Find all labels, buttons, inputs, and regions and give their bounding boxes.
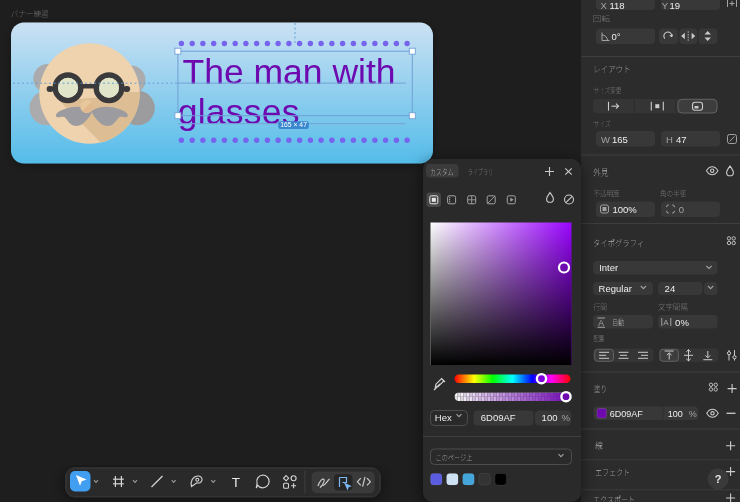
svg-text:%: % [689,409,697,419]
svg-text:W: W [601,134,610,145]
svg-text:A: A [598,318,604,328]
svg-text:100: 100 [668,409,683,419]
svg-text:118: 118 [610,0,625,11]
svg-text:Y: Y [662,0,669,11]
svg-text:Hex: Hex [435,412,452,423]
svg-text:165 × 47: 165 × 47 [280,121,307,128]
svg-text:T: T [232,475,240,490]
svg-text:0°: 0° [612,31,621,42]
svg-text:100: 100 [542,412,558,423]
svg-text:24: 24 [665,283,676,294]
svg-text:Inter: Inter [599,262,618,273]
svg-text:H: H [666,134,673,145]
svg-text:165: 165 [612,134,628,145]
svg-text:?: ? [715,473,722,485]
svg-text:100%: 100% [613,204,638,215]
svg-text:Regular: Regular [599,283,632,294]
svg-text:A: A [663,318,669,327]
svg-text:6D09AF: 6D09AF [481,412,516,423]
svg-text:47: 47 [676,134,687,145]
svg-text:0: 0 [679,204,684,215]
svg-text:%: % [561,412,570,423]
svg-text:0%: 0% [675,317,689,328]
svg-text:X: X [601,0,608,11]
svg-text:19: 19 [670,0,681,11]
svg-text:The man with: The man with [183,52,396,92]
svg-text:6D09AF: 6D09AF [610,409,644,419]
